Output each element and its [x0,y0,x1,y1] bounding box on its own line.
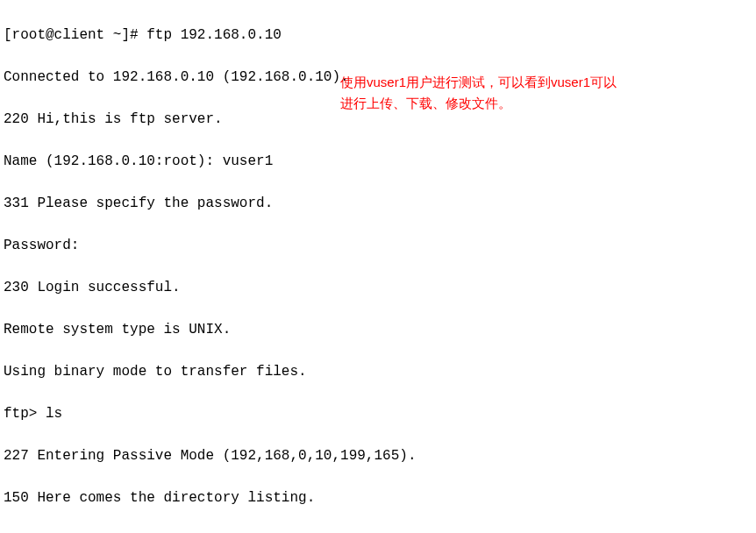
terminal-line: 150 Here comes the directory listing. [4,487,752,508]
terminal-line: 331 Please specify the password. [4,193,752,214]
terminal-line: -rw-r--r-- 1 0 0 0 Jan 20 10:49 vfile1 [4,529,752,533]
terminal-line: Password: [4,235,752,256]
terminal-line: 227 Entering Passive Mode (192,168,0,10,… [4,445,752,466]
terminal-line: ftp> ls [4,403,752,424]
terminal-line: Remote system type is UNIX. [4,319,752,340]
annotation-text-line: 使用vuser1用户进行测试，可以看到vuser1可以 [340,72,744,93]
terminal-line: Using binary mode to transfer files. [4,361,752,382]
terminal-line: Name (192.168.0.10:root): vuser1 [4,151,752,172]
annotation-text-line: 进行上传、下载、修改文件。 [340,93,744,114]
red-annotation: 使用vuser1用户进行测试，可以看到vuser1可以 进行上传、下载、修改文件… [340,72,744,114]
terminal-line: [root@client ~]# ftp 192.168.0.10 [4,25,752,46]
terminal-line: 230 Login successful. [4,277,752,298]
